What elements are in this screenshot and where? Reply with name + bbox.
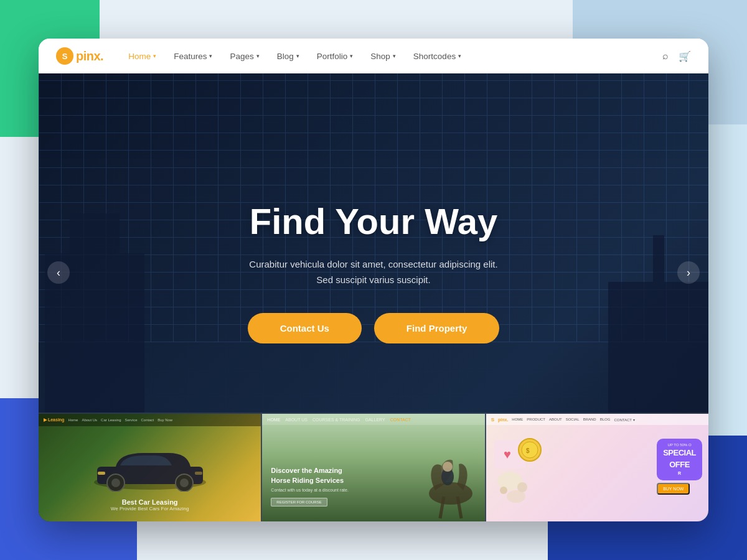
card3-logo-text: pinx.: [498, 418, 508, 422]
card1-content: Best Car Leasing We Provide Best Cars Fo…: [39, 498, 261, 511]
card2-nav-about: ABOUT US: [285, 418, 308, 422]
preview-cards: ▶ Leasing Home About Us Car Leasing Serv…: [39, 413, 708, 521]
card1-nav-buy: Buy Now: [157, 418, 172, 422]
card2-register-button[interactable]: REGISTER FOR COURSE: [271, 498, 327, 506]
card3-nav-social: SOCIAL: [566, 418, 580, 422]
find-property-button[interactable]: Find Property: [374, 313, 500, 343]
card3-nav-brand: BRAND: [583, 418, 596, 422]
card1-title: Best Car Leasing: [39, 498, 261, 506]
logo[interactable]: S pinx.: [56, 47, 103, 65]
card3-decoration: ♥ $: [491, 431, 547, 512]
card3-buy-button[interactable]: BUY NOW: [657, 483, 690, 495]
card1-nav-about: About Us: [82, 418, 97, 422]
special-offer-badge: UP TO 50% O SPECIALOFFE R: [657, 439, 702, 480]
card2-content: Discover the AmazingHorse Riding Service…: [271, 466, 349, 506]
svg-point-10: [443, 462, 453, 472]
svg-rect-7: [195, 472, 202, 475]
preview-card-car-leasing[interactable]: ▶ Leasing Home About Us Car Leasing Serv…: [39, 413, 262, 521]
car-image: [88, 442, 212, 492]
search-icon[interactable]: ⌕: [662, 50, 669, 62]
slider-prev-button[interactable]: ‹: [47, 261, 70, 284]
card3-content: UP TO 50% O SPECIALOFFE R BUY NOW: [657, 439, 702, 495]
card1-nav-contact: Contact: [141, 418, 154, 422]
svg-point-20: [500, 487, 507, 494]
card2-nav-gallery: GALLERY: [365, 418, 385, 422]
nav-item-features[interactable]: Features ▾: [174, 52, 212, 61]
card3-nav-blog: BLOG: [600, 418, 611, 422]
card2-nav-courses: COURSES & TRAINING: [312, 418, 360, 422]
browser-window: S pinx. Home ▾ Features ▾ Pages ▾ Blog ▾…: [39, 39, 708, 521]
slider-next-button[interactable]: ›: [677, 261, 700, 284]
nav-item-pages[interactable]: Pages ▾: [230, 52, 259, 61]
svg-point-21: [507, 490, 525, 503]
logo-text: pinx.: [76, 49, 103, 63]
hero-section: ‹ Find Your Way Curabitur vehicula dolor…: [39, 73, 708, 521]
card3-nav-contact: CONTACT ▾: [614, 418, 634, 422]
card1-nav-leasing: Car Leasing: [101, 418, 121, 422]
preview-card-horse-riding[interactable]: HOME ABOUT US COURSES & TRAINING GALLERY…: [262, 413, 486, 521]
card3-navbar: S pinx. HOME PRODUCT ABOUT SOCIAL BRAND …: [486, 414, 708, 425]
hero-title: Find Your Way: [187, 202, 560, 241]
chevron-down-icon: ▾: [350, 53, 353, 59]
hero-subtitle: Curabitur vehicula dolor sit amet, conse…: [187, 256, 560, 288]
nav-menu: Home ▾ Features ▾ Pages ▾ Blog ▾ Portfol…: [128, 52, 662, 61]
chevron-down-icon: ▾: [153, 53, 156, 59]
card1-nav-home: Home: [68, 418, 78, 422]
card1-logo: ▶ Leasing: [44, 418, 64, 422]
horse-rider-image: [416, 434, 479, 521]
preview-card-special-offer[interactable]: ♥ $ S pinx.: [486, 413, 708, 521]
svg-rect-6: [98, 472, 105, 475]
hero-buttons: Contact Us Find Property: [187, 313, 560, 343]
nav-item-shop[interactable]: Shop ▾: [370, 52, 396, 61]
chevron-down-icon: ▾: [256, 53, 260, 59]
card1-nav-service: Service: [125, 418, 137, 422]
svg-text:♥: ♥: [504, 447, 511, 461]
card3-nav-items: HOME PRODUCT ABOUT SOCIAL BRAND BLOG CON…: [512, 418, 634, 422]
nav-item-shortcodes[interactable]: Shortcodes ▾: [413, 52, 461, 61]
chevron-down-icon: ▾: [393, 53, 396, 59]
nav-icons: ⌕ 🛒: [662, 50, 691, 62]
nav-item-home[interactable]: Home ▾: [128, 52, 156, 61]
card1-navbar: ▶ Leasing Home About Us Car Leasing Serv…: [39, 414, 261, 426]
navbar: S pinx. Home ▾ Features ▾ Pages ▾ Blog ▾…: [39, 39, 708, 73]
nav-item-portfolio[interactable]: Portfolio ▾: [317, 52, 354, 61]
card3-nav-about: ABOUT: [549, 418, 562, 422]
card2-subtitle: Contact with us today at a discount rate…: [271, 488, 349, 492]
svg-point-16: [522, 442, 538, 458]
hero-content: Find Your Way Curabitur vehicula dolor s…: [187, 202, 560, 343]
card3-nav-home: HOME: [512, 418, 523, 422]
contact-us-button[interactable]: Contact Us: [248, 313, 362, 343]
svg-text:$: $: [526, 447, 530, 454]
cart-icon[interactable]: 🛒: [679, 50, 691, 62]
card2-nav-home: HOME: [267, 418, 280, 422]
card3-logo: S: [491, 417, 494, 422]
chevron-down-icon: ▾: [296, 53, 299, 59]
svg-point-3: [111, 478, 120, 487]
card2-nav-contact: CONTACT: [390, 418, 411, 422]
svg-point-5: [180, 478, 189, 487]
card3-nav-product: PRODUCT: [527, 418, 545, 422]
chevron-down-icon: ▾: [458, 53, 461, 59]
nav-item-blog[interactable]: Blog ▾: [277, 52, 299, 61]
chevron-down-icon: ▾: [209, 53, 212, 59]
card1-subtitle: We Provide Best Cars For Amazing: [39, 506, 261, 511]
card2-navbar: HOME ABOUT US COURSES & TRAINING GALLERY…: [262, 414, 484, 425]
logo-icon: S: [56, 47, 73, 65]
card2-title: Discover the AmazingHorse Riding Service…: [271, 466, 349, 485]
